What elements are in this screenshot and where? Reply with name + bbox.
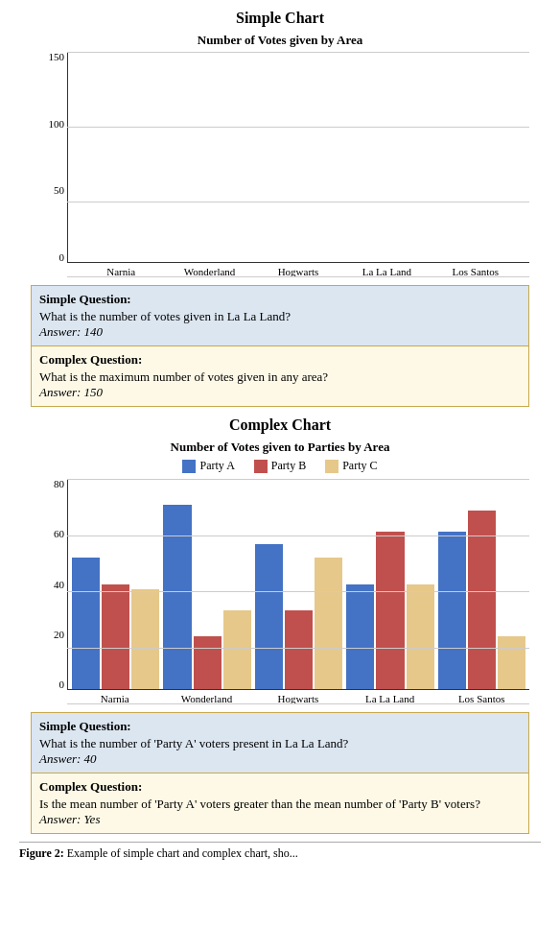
simple-chart-qa-box: Simple Question: What is the number of v… bbox=[31, 285, 529, 407]
bar-wonderland-b bbox=[194, 636, 222, 689]
complex-chart-complex-qa: Complex Question: Is the mean number of … bbox=[32, 774, 528, 833]
complex-chart-simple-qa: Simple Question: What is the number of '… bbox=[32, 713, 528, 774]
complex-simple-qa-label: Simple Question: bbox=[39, 719, 521, 734]
cx-label-wonderland: Wonderland bbox=[163, 690, 251, 704]
cy-label-0: 0 bbox=[31, 679, 64, 690]
y-label-100: 100 bbox=[31, 119, 64, 130]
bar-narnia-b bbox=[102, 584, 129, 690]
complex-simple-qa-question: What is the number of 'Party A' voters p… bbox=[39, 736, 521, 751]
bar-lalaland-c bbox=[407, 584, 434, 690]
complex-qa-answer: Answer: 150 bbox=[39, 385, 521, 400]
simple-bars bbox=[67, 52, 529, 263]
legend-label-a: Party A bbox=[199, 459, 234, 473]
y-label-0: 0 bbox=[31, 252, 64, 263]
legend-party-c: Party C bbox=[325, 459, 377, 473]
complex-chart-subtitle: Number of Votes given to Parties by Area bbox=[19, 440, 541, 455]
bar-lalaland-b bbox=[376, 532, 404, 689]
group-wonderland bbox=[163, 479, 250, 689]
bar-lalaland-a bbox=[346, 584, 374, 690]
simple-qa-label: Simple Question: bbox=[39, 292, 521, 307]
bar-hogwarts-c bbox=[315, 558, 342, 689]
bar-lossantos-a bbox=[438, 532, 466, 689]
complex-x-labels: Narnia Wonderland Hogwarts La La Land Lo… bbox=[67, 690, 529, 704]
cy-label-60: 60 bbox=[31, 529, 64, 539]
group-narnia bbox=[72, 479, 159, 689]
bar-lossantos-b bbox=[468, 511, 496, 689]
complex-simple-qa-answer: Answer: 40 bbox=[39, 751, 521, 767]
legend-color-a bbox=[182, 460, 196, 473]
simple-qa-answer: Answer: 140 bbox=[39, 324, 521, 340]
simple-chart-title: Simple Chart bbox=[19, 10, 541, 27]
bar-lossantos-c bbox=[498, 636, 525, 689]
x-label-narnia: Narnia bbox=[77, 263, 165, 277]
legend-color-b bbox=[254, 460, 268, 473]
cx-label-narnia: Narnia bbox=[71, 690, 159, 704]
bar-narnia-c bbox=[131, 589, 159, 689]
bar-hogwarts-a bbox=[255, 544, 283, 689]
cy-label-40: 40 bbox=[31, 580, 64, 590]
complex-chart-title: Complex Chart bbox=[19, 416, 541, 434]
simple-x-labels: Narnia Wonderland Hogwarts La La Land Lo… bbox=[67, 263, 529, 277]
group-hogwarts bbox=[255, 479, 342, 689]
bar-wonderland-a bbox=[163, 505, 191, 689]
complex-complex-qa-label: Complex Question: bbox=[39, 779, 521, 795]
cx-label-lalaland: La La Land bbox=[346, 690, 434, 704]
complex-chart-legend: Party A Party B Party C bbox=[19, 459, 541, 473]
cy-label-20: 20 bbox=[31, 630, 64, 640]
x-label-lossantos: Los Santos bbox=[432, 263, 520, 277]
y-label-150: 150 bbox=[31, 52, 64, 62]
simple-qa-question: What is the number of votes given in La … bbox=[39, 309, 521, 324]
y-label-50: 50 bbox=[31, 185, 64, 196]
simple-chart-section: Simple Chart Number of Votes given by Ar… bbox=[19, 10, 541, 407]
cx-label-lossantos: Los Santos bbox=[437, 690, 525, 704]
complex-qa-question: What is the maximum number of votes give… bbox=[39, 369, 521, 385]
simple-chart-complex-qa: Complex Question: What is the maximum nu… bbox=[32, 346, 528, 406]
bar-wonderland-c bbox=[223, 610, 251, 689]
simple-chart-subtitle: Number of Votes given by Area bbox=[19, 33, 541, 48]
legend-color-c bbox=[325, 460, 338, 473]
group-lalaland bbox=[346, 479, 433, 689]
figure-caption: Figure 2: Example of simple chart and co… bbox=[19, 842, 541, 861]
x-label-wonderland: Wonderland bbox=[165, 263, 253, 277]
legend-label-c: Party C bbox=[342, 459, 377, 473]
cy-label-80: 80 bbox=[31, 479, 64, 489]
bar-hogwarts-b bbox=[285, 610, 313, 689]
x-label-hogwarts: Hogwarts bbox=[254, 263, 342, 277]
complex-chart-qa-box: Simple Question: What is the number of '… bbox=[31, 712, 529, 834]
complex-chart-container: 0 20 40 60 80 bbox=[31, 479, 529, 704]
group-lossantos bbox=[438, 479, 525, 689]
legend-label-b: Party B bbox=[271, 459, 306, 473]
complex-bars bbox=[67, 479, 529, 690]
complex-complex-qa-question: Is the mean number of 'Party A' voters g… bbox=[39, 797, 521, 812]
simple-chart-container: 0 50 100 150 bbox=[31, 52, 529, 277]
legend-party-a: Party A bbox=[182, 459, 234, 473]
complex-chart-section: Complex Chart Number of Votes given to P… bbox=[19, 416, 541, 834]
figure-caption-text: Example of simple chart and complex char… bbox=[67, 846, 298, 860]
x-label-lalaland: La La Land bbox=[342, 263, 431, 277]
simple-chart-simple-qa: Simple Question: What is the number of v… bbox=[32, 286, 528, 346]
legend-party-b: Party B bbox=[254, 459, 306, 473]
complex-complex-qa-answer: Answer: Yes bbox=[39, 812, 521, 827]
bar-narnia-a bbox=[72, 558, 100, 689]
cx-label-hogwarts: Hogwarts bbox=[254, 690, 342, 704]
complex-qa-label: Complex Question: bbox=[39, 352, 521, 368]
